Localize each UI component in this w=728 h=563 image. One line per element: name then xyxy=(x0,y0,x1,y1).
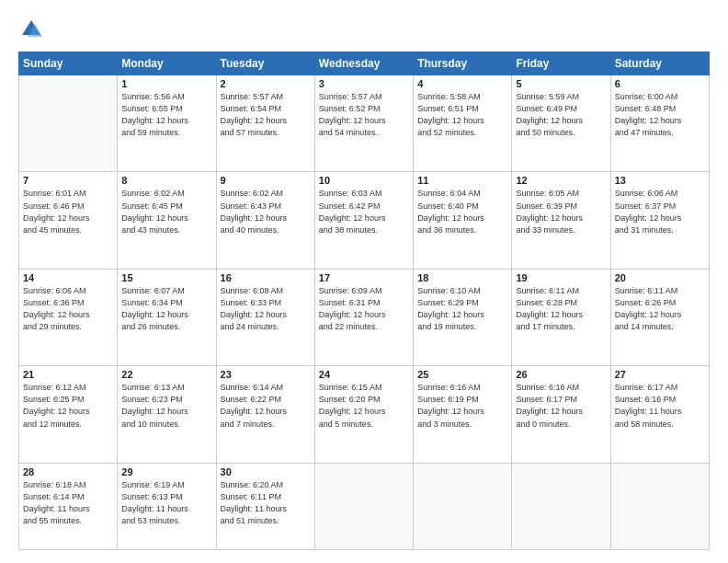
day-info: Sunrise: 5:57 AMSunset: 6:52 PMDaylight:… xyxy=(319,91,409,139)
day-info: Sunrise: 6:13 AMSunset: 6:23 PMDaylight:… xyxy=(121,382,211,430)
calendar-day-cell xyxy=(414,463,512,549)
calendar-day-cell: 29Sunrise: 6:19 AMSunset: 6:13 PMDayligh… xyxy=(118,463,216,549)
calendar-day-cell: 19Sunrise: 6:11 AMSunset: 6:28 PMDayligh… xyxy=(512,269,610,365)
day-info: Sunrise: 6:08 AMSunset: 6:33 PMDaylight:… xyxy=(221,285,311,333)
day-number: 10 xyxy=(319,175,409,186)
calendar-week-row: 28Sunrise: 6:18 AMSunset: 6:14 PMDayligh… xyxy=(19,463,710,549)
calendar-day-cell xyxy=(314,463,413,549)
day-info: Sunrise: 6:02 AMSunset: 6:45 PMDaylight:… xyxy=(121,188,211,236)
day-info: Sunrise: 5:57 AMSunset: 6:54 PMDaylight:… xyxy=(221,91,311,139)
calendar-day-cell: 7Sunrise: 6:01 AMSunset: 6:46 PMDaylight… xyxy=(19,172,118,269)
day-number: 21 xyxy=(23,369,113,380)
day-number: 8 xyxy=(121,175,211,186)
day-info: Sunrise: 6:17 AMSunset: 6:16 PMDaylight:… xyxy=(615,382,705,430)
day-number: 22 xyxy=(121,369,211,380)
day-number: 5 xyxy=(516,78,606,89)
calendar-day-cell: 18Sunrise: 6:10 AMSunset: 6:29 PMDayligh… xyxy=(414,269,512,365)
day-number: 17 xyxy=(319,272,409,283)
calendar-day-cell: 1Sunrise: 5:56 AMSunset: 6:55 PMDaylight… xyxy=(118,75,216,172)
day-info: Sunrise: 6:09 AMSunset: 6:31 PMDaylight:… xyxy=(319,285,409,333)
day-info: Sunrise: 6:04 AMSunset: 6:40 PMDaylight:… xyxy=(417,188,507,236)
calendar-day-cell: 16Sunrise: 6:08 AMSunset: 6:33 PMDayligh… xyxy=(216,269,314,365)
calendar-day-cell: 14Sunrise: 6:06 AMSunset: 6:36 PMDayligh… xyxy=(19,269,118,365)
calendar-header-row: SundayMondayTuesdayWednesdayThursdayFrid… xyxy=(19,52,710,75)
day-number: 23 xyxy=(221,369,311,380)
header xyxy=(18,17,710,42)
day-info: Sunrise: 6:14 AMSunset: 6:22 PMDaylight:… xyxy=(221,382,311,430)
calendar-day-cell: 4Sunrise: 5:58 AMSunset: 6:51 PMDaylight… xyxy=(414,75,512,172)
calendar-day-cell: 30Sunrise: 6:20 AMSunset: 6:11 PMDayligh… xyxy=(216,463,314,549)
col-header-tuesday: Tuesday xyxy=(216,52,314,75)
day-number: 9 xyxy=(221,175,311,186)
day-number: 13 xyxy=(615,175,705,186)
calendar-day-cell: 9Sunrise: 6:02 AMSunset: 6:43 PMDaylight… xyxy=(216,172,314,269)
day-number: 18 xyxy=(417,272,507,283)
calendar-day-cell: 15Sunrise: 6:07 AMSunset: 6:34 PMDayligh… xyxy=(118,269,216,365)
logo xyxy=(18,17,48,42)
day-number: 27 xyxy=(615,369,705,380)
calendar-day-cell xyxy=(610,463,709,549)
calendar-week-row: 21Sunrise: 6:12 AMSunset: 6:25 PMDayligh… xyxy=(19,366,710,463)
day-info: Sunrise: 6:05 AMSunset: 6:39 PMDaylight:… xyxy=(516,188,606,236)
calendar-table: SundayMondayTuesdayWednesdayThursdayFrid… xyxy=(18,52,710,550)
calendar-day-cell: 10Sunrise: 6:03 AMSunset: 6:42 PMDayligh… xyxy=(314,172,413,269)
day-number: 26 xyxy=(516,369,606,380)
col-header-thursday: Thursday xyxy=(414,52,512,75)
calendar-day-cell: 23Sunrise: 6:14 AMSunset: 6:22 PMDayligh… xyxy=(216,366,314,463)
calendar-day-cell: 11Sunrise: 6:04 AMSunset: 6:40 PMDayligh… xyxy=(414,172,512,269)
calendar-day-cell: 5Sunrise: 5:59 AMSunset: 6:49 PMDaylight… xyxy=(512,75,610,172)
calendar-week-row: 14Sunrise: 6:06 AMSunset: 6:36 PMDayligh… xyxy=(19,269,710,365)
col-header-wednesday: Wednesday xyxy=(314,52,413,75)
day-number: 24 xyxy=(319,369,409,380)
calendar-day-cell: 27Sunrise: 6:17 AMSunset: 6:16 PMDayligh… xyxy=(610,366,709,463)
day-number: 2 xyxy=(221,78,311,89)
day-info: Sunrise: 5:58 AMSunset: 6:51 PMDaylight:… xyxy=(417,91,507,139)
day-number: 7 xyxy=(23,175,113,186)
day-number: 29 xyxy=(121,466,211,477)
calendar-week-row: 7Sunrise: 6:01 AMSunset: 6:46 PMDaylight… xyxy=(19,172,710,269)
calendar-day-cell: 6Sunrise: 6:00 AMSunset: 6:48 PMDaylight… xyxy=(610,75,709,172)
day-info: Sunrise: 6:11 AMSunset: 6:26 PMDaylight:… xyxy=(615,285,705,333)
calendar-day-cell: 28Sunrise: 6:18 AMSunset: 6:14 PMDayligh… xyxy=(19,463,118,549)
day-number: 25 xyxy=(417,369,507,380)
day-number: 3 xyxy=(319,78,409,89)
calendar-day-cell xyxy=(512,463,610,549)
day-info: Sunrise: 6:06 AMSunset: 6:37 PMDaylight:… xyxy=(615,188,705,236)
logo-icon xyxy=(18,17,44,42)
day-number: 30 xyxy=(221,466,311,477)
day-number: 12 xyxy=(516,175,606,186)
calendar-day-cell: 17Sunrise: 6:09 AMSunset: 6:31 PMDayligh… xyxy=(314,269,413,365)
day-info: Sunrise: 6:16 AMSunset: 6:19 PMDaylight:… xyxy=(417,382,507,430)
day-info: Sunrise: 6:07 AMSunset: 6:34 PMDaylight:… xyxy=(121,285,211,333)
day-number: 4 xyxy=(417,78,507,89)
day-info: Sunrise: 6:16 AMSunset: 6:17 PMDaylight:… xyxy=(516,382,606,430)
calendar-day-cell: 26Sunrise: 6:16 AMSunset: 6:17 PMDayligh… xyxy=(512,366,610,463)
day-info: Sunrise: 6:02 AMSunset: 6:43 PMDaylight:… xyxy=(221,188,311,236)
calendar-day-cell: 22Sunrise: 6:13 AMSunset: 6:23 PMDayligh… xyxy=(118,366,216,463)
col-header-monday: Monday xyxy=(118,52,216,75)
day-info: Sunrise: 5:59 AMSunset: 6:49 PMDaylight:… xyxy=(516,91,606,139)
day-info: Sunrise: 6:18 AMSunset: 6:14 PMDaylight:… xyxy=(23,479,113,527)
day-info: Sunrise: 6:06 AMSunset: 6:36 PMDaylight:… xyxy=(23,285,113,333)
day-number: 14 xyxy=(23,272,113,283)
day-number: 1 xyxy=(121,78,211,89)
day-info: Sunrise: 6:11 AMSunset: 6:28 PMDaylight:… xyxy=(516,285,606,333)
calendar-day-cell: 8Sunrise: 6:02 AMSunset: 6:45 PMDaylight… xyxy=(118,172,216,269)
day-info: Sunrise: 6:20 AMSunset: 6:11 PMDaylight:… xyxy=(221,479,311,527)
calendar-day-cell: 3Sunrise: 5:57 AMSunset: 6:52 PMDaylight… xyxy=(314,75,413,172)
day-number: 19 xyxy=(516,272,606,283)
calendar-day-cell xyxy=(19,75,118,172)
calendar-day-cell: 2Sunrise: 5:57 AMSunset: 6:54 PMDaylight… xyxy=(216,75,314,172)
day-number: 15 xyxy=(121,272,211,283)
day-info: Sunrise: 6:10 AMSunset: 6:29 PMDaylight:… xyxy=(417,285,507,333)
col-header-sunday: Sunday xyxy=(19,52,118,75)
day-number: 11 xyxy=(417,175,507,186)
page: SundayMondayTuesdayWednesdayThursdayFrid… xyxy=(0,0,728,563)
calendar-day-cell: 21Sunrise: 6:12 AMSunset: 6:25 PMDayligh… xyxy=(19,366,118,463)
day-info: Sunrise: 6:00 AMSunset: 6:48 PMDaylight:… xyxy=(615,91,705,139)
day-info: Sunrise: 6:12 AMSunset: 6:25 PMDaylight:… xyxy=(23,382,113,430)
day-info: Sunrise: 6:03 AMSunset: 6:42 PMDaylight:… xyxy=(319,188,409,236)
day-info: Sunrise: 6:19 AMSunset: 6:13 PMDaylight:… xyxy=(121,479,211,527)
day-number: 16 xyxy=(221,272,311,283)
calendar-day-cell: 12Sunrise: 6:05 AMSunset: 6:39 PMDayligh… xyxy=(512,172,610,269)
